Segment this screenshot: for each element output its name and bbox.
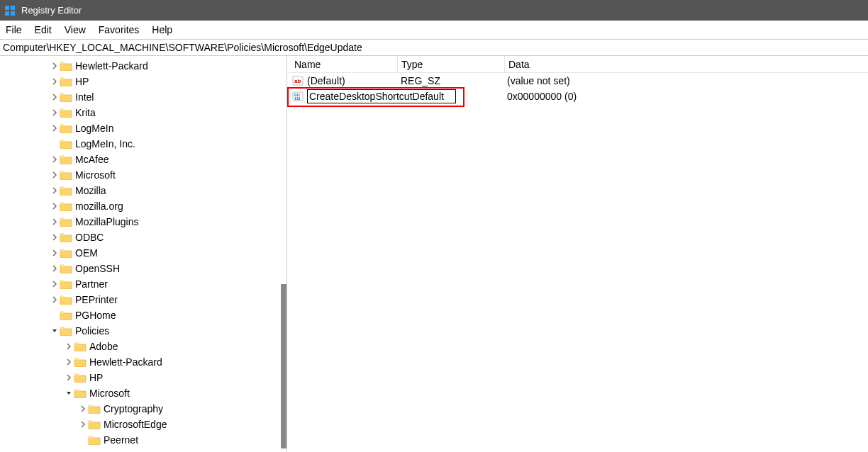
tree-item-label: Cryptography (104, 403, 163, 414)
folder-icon (74, 372, 87, 383)
chevron-right-icon[interactable] (50, 203, 60, 210)
tree-item[interactable]: PEPrinter (0, 292, 286, 307)
menu-file[interactable]: File (6, 24, 22, 35)
tree-item[interactable]: Adobe (0, 339, 286, 354)
main-split: Hewlett-PackardHPIntelKritaLogMeInLogMeI… (0, 56, 868, 452)
chevron-right-icon[interactable] (64, 343, 74, 350)
tree-item-label: LogMeIn (75, 123, 113, 134)
chevron-right-icon[interactable] (50, 249, 60, 256)
value-name-cell: ab(Default) (287, 74, 397, 87)
chevron-right-icon[interactable] (50, 78, 60, 85)
folder-icon (74, 388, 87, 399)
titlebar: Registry Editor (0, 0, 868, 21)
tree-item-label: PGHome (75, 310, 116, 321)
tree-item-label: OEM (75, 247, 98, 259)
folder-icon (60, 247, 72, 259)
tree-item[interactable]: Cryptography (0, 401, 286, 417)
values-body[interactable]: ab(Default)REG_SZ(value not set)0111100x… (287, 73, 868, 452)
chevron-right-icon[interactable] (50, 187, 60, 194)
column-header-name[interactable]: Name (287, 59, 397, 70)
tree-item[interactable]: Policies (0, 323, 286, 339)
svg-text:ab: ab (294, 78, 301, 84)
tree-item[interactable]: mozilla.org (0, 198, 286, 214)
tree-item[interactable]: Microsoft (0, 167, 286, 183)
folder-icon (88, 434, 101, 446)
tree-item[interactable]: Intel (0, 89, 286, 105)
chevron-right-icon[interactable] (50, 296, 60, 303)
tree-item[interactable]: Krita (0, 105, 286, 120)
chevron-right-icon[interactable] (78, 405, 88, 412)
chevron-right-icon[interactable] (50, 171, 60, 179)
menu-help[interactable]: Help (152, 24, 172, 35)
tree-item-label: OpenSSH (75, 263, 120, 274)
tree-item-label: Microsoft (89, 388, 130, 399)
chevron-right-icon[interactable] (50, 62, 60, 69)
tree-item[interactable]: LogMeIn (0, 120, 286, 136)
tree-item[interactable]: Hewlett-Packard (0, 58, 286, 74)
chevron-right-icon[interactable] (50, 125, 60, 132)
tree-item[interactable]: PGHome (0, 307, 286, 323)
window-title: Registry Editor (21, 5, 82, 16)
chevron-down-icon[interactable] (64, 390, 74, 397)
tree-item[interactable]: Hewlett-Packard (0, 354, 286, 370)
value-row[interactable]: 0111100x00000000 (0) (287, 89, 868, 104)
chevron-right-icon[interactable] (50, 109, 60, 116)
chevron-right-icon[interactable] (50, 218, 60, 225)
svg-rect-2 (5, 11, 9, 16)
folder-icon (60, 294, 72, 305)
folder-icon (60, 154, 72, 165)
chevron-right-icon[interactable] (78, 421, 88, 428)
tree[interactable]: Hewlett-PackardHPIntelKritaLogMeInLogMeI… (0, 56, 286, 448)
chevron-right-icon[interactable] (50, 281, 60, 288)
tree-item[interactable]: Peernet (0, 432, 286, 448)
tree-item-label: mozilla.org (75, 200, 123, 212)
address-bar[interactable]: Computer\HKEY_LOCAL_MACHINE\SOFTWARE\Pol… (0, 40, 868, 56)
values-header: Name Type Data (287, 56, 868, 73)
tree-item-label: Hewlett-Packard (89, 356, 162, 368)
chevron-down-icon[interactable] (50, 327, 60, 334)
tree-item-label: Intel (75, 91, 94, 103)
folder-icon (74, 341, 87, 352)
folder-icon (74, 356, 87, 368)
tree-item[interactable]: HP (0, 74, 286, 89)
address-path: Computer\HKEY_LOCAL_MACHINE\SOFTWARE\Pol… (3, 42, 362, 53)
menu-edit[interactable]: Edit (35, 24, 52, 35)
value-row[interactable]: ab(Default)REG_SZ(value not set) (287, 73, 868, 89)
value-name-cell: 011110 (287, 89, 500, 103)
tree-item[interactable]: Mozilla (0, 183, 286, 198)
menu-favorites[interactable]: Favorites (99, 24, 140, 35)
chevron-right-icon[interactable] (50, 234, 60, 241)
tree-scrollbar-thumb[interactable] (281, 284, 286, 448)
menu-view[interactable]: View (65, 24, 86, 35)
tree-item[interactable]: MozillaPlugins (0, 214, 286, 230)
tree-item[interactable]: McAfee (0, 152, 286, 167)
tree-item[interactable]: HP (0, 370, 286, 385)
tree-item-label: Adobe (89, 341, 118, 352)
value-name-label: (Default) (307, 75, 345, 86)
tree-item[interactable]: MicrosoftEdge (0, 417, 286, 432)
chevron-right-icon[interactable] (50, 94, 60, 101)
column-header-data[interactable]: Data (505, 59, 868, 70)
chevron-right-icon[interactable] (64, 374, 74, 381)
string-value-icon: ab (291, 74, 304, 87)
tree-scrollbar[interactable] (279, 56, 286, 452)
tree-item[interactable]: OEM (0, 245, 286, 261)
column-header-type[interactable]: Type (398, 59, 504, 70)
tree-item[interactable]: LogMeIn, Inc. (0, 136, 286, 152)
chevron-right-icon[interactable] (64, 358, 74, 366)
tree-item[interactable]: Partner (0, 276, 286, 292)
tree-item[interactable]: Microsoft (0, 385, 286, 401)
tree-item[interactable]: OpenSSH (0, 261, 286, 276)
value-data-cell: 0x00000000 (0) (503, 91, 868, 102)
folder-icon (60, 185, 72, 196)
binary-value-icon: 011110 (291, 90, 304, 103)
folder-icon (88, 419, 101, 430)
chevron-right-icon[interactable] (50, 156, 60, 163)
value-name-edit-input[interactable] (307, 89, 456, 103)
folder-icon (60, 325, 72, 337)
chevron-right-icon[interactable] (50, 265, 60, 272)
app-icon (4, 5, 16, 16)
tree-item[interactable]: ODBC (0, 230, 286, 245)
folder-icon (60, 169, 72, 181)
folder-icon (60, 200, 72, 212)
